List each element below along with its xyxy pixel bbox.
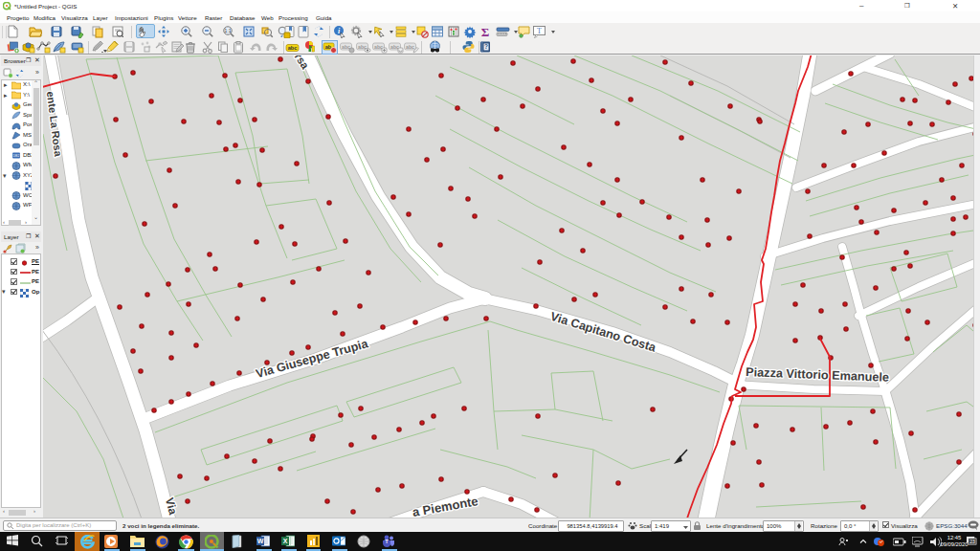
svg-text:Σ: Σ — [481, 25, 490, 38]
svg-text:W: W — [257, 538, 264, 544]
svg-text:1:1: 1:1 — [225, 28, 232, 33]
svg-text:abc: abc — [358, 44, 367, 50]
svg-text:abc: abc — [342, 44, 350, 50]
svg-text:abc: abc — [288, 45, 298, 51]
svg-text:?: ? — [484, 43, 488, 50]
svg-text:X: X — [283, 538, 288, 544]
svg-text:DB2: DB2 — [13, 154, 20, 158]
svg-text:T: T — [537, 27, 542, 35]
svg-text:T: T — [385, 539, 388, 544]
svg-text:abc: abc — [390, 44, 399, 50]
svg-text:23: 23 — [969, 539, 975, 544]
svg-text:abc: abc — [374, 44, 383, 50]
svg-text:abc: abc — [406, 44, 414, 50]
